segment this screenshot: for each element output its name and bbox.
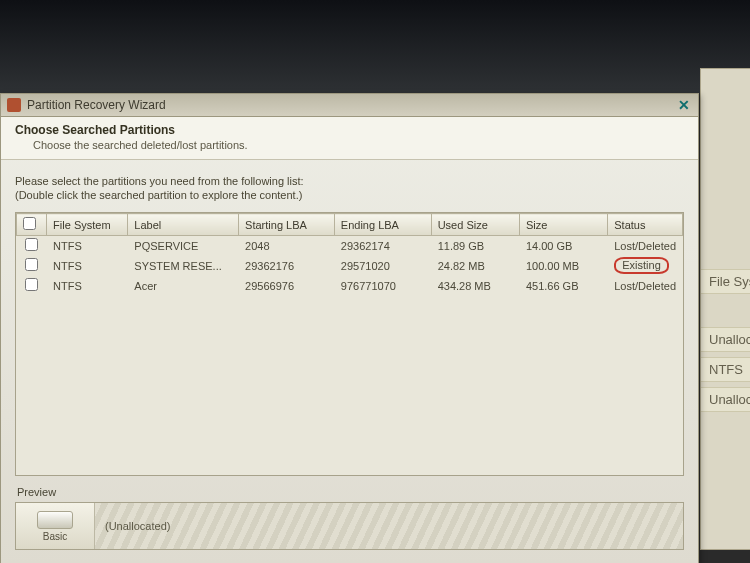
cell-used-size: 24.82 MB — [431, 255, 519, 276]
instruction-line: (Double click the searched partition to … — [15, 188, 684, 202]
instruction-line: Please select the partitions you need fr… — [15, 174, 684, 188]
select-all-checkbox[interactable] — [23, 217, 36, 230]
cell-end-lba: 29571020 — [334, 255, 431, 276]
cell-size: 100.00 MB — [519, 255, 607, 276]
cell-label: Acer — [128, 276, 239, 295]
wizard-header: Choose Searched Partitions Choose the se… — [1, 117, 698, 160]
col-end-lba[interactable]: Ending LBA — [334, 214, 431, 236]
app-icon — [7, 98, 21, 112]
cell-status: Lost/Deleted — [608, 276, 683, 295]
col-used-size[interactable]: Used Size — [431, 214, 519, 236]
cell-used-size: 11.89 GB — [431, 236, 519, 256]
col-size[interactable]: Size — [519, 214, 607, 236]
cell-size: 451.66 GB — [519, 276, 607, 295]
cell-size: 14.00 GB — [519, 236, 607, 256]
wizard-body: Please select the partitions you need fr… — [1, 160, 698, 550]
col-start-lba[interactable]: Starting LBA — [239, 214, 335, 236]
cell-filesystem: NTFS — [47, 276, 128, 295]
cell-label: SYSTEM RESE... — [128, 255, 239, 276]
preview-bar-unallocated[interactable]: (Unallocated) — [95, 503, 683, 549]
col-label[interactable]: Label — [128, 214, 239, 236]
preview-disk-label: Basic — [43, 531, 67, 542]
table-header-row: File System Label Starting LBA Ending LB… — [17, 214, 683, 236]
bg-col-header: File Syst — [701, 269, 750, 294]
cell-end-lba: 976771070 — [334, 276, 431, 295]
cell-start-lba: 29566976 — [239, 276, 335, 295]
cell-used-size: 434.28 MB — [431, 276, 519, 295]
cell-end-lba: 29362174 — [334, 236, 431, 256]
wizard-window: Partition Recovery Wizard ✕ Choose Searc… — [0, 93, 699, 563]
table-row[interactable]: NTFSSYSTEM RESE...293621762957102024.82 … — [17, 255, 683, 276]
preview-bar-label: (Unallocated) — [105, 520, 673, 532]
partition-table: File System Label Starting LBA Ending LB… — [16, 213, 683, 295]
preview-disk[interactable]: Basic — [16, 503, 95, 549]
col-status[interactable]: Status — [608, 214, 683, 236]
photo-dark-area — [0, 0, 750, 93]
row-checkbox[interactable] — [25, 238, 38, 251]
page-title: Choose Searched Partitions — [15, 123, 684, 137]
page-subtitle: Choose the searched deleted/lost partiti… — [15, 139, 684, 151]
cell-filesystem: NTFS — [47, 236, 128, 256]
bg-row: Unalloc — [701, 387, 750, 412]
cell-filesystem: NTFS — [47, 255, 128, 276]
close-icon[interactable]: ✕ — [676, 97, 692, 113]
cell-status: Lost/Deleted — [608, 236, 683, 256]
row-checkbox[interactable] — [25, 278, 38, 291]
col-checkbox[interactable] — [17, 214, 47, 236]
row-checkbox[interactable] — [25, 258, 38, 271]
cell-label: PQSERVICE — [128, 236, 239, 256]
disk-icon — [37, 511, 73, 529]
bg-row: NTFS — [701, 357, 750, 382]
window-title: Partition Recovery Wizard — [27, 98, 166, 112]
cell-start-lba: 29362176 — [239, 255, 335, 276]
preview-label: Preview — [15, 486, 684, 498]
partition-grid: File System Label Starting LBA Ending LB… — [15, 212, 684, 476]
cell-status: Existing — [608, 255, 683, 276]
bg-row: Unalloca — [701, 327, 750, 352]
preview-box: Basic (Unallocated) — [15, 502, 684, 550]
table-row[interactable]: NTFSPQSERVICE20482936217411.89 GB14.00 G… — [17, 236, 683, 256]
cell-start-lba: 2048 — [239, 236, 335, 256]
background-window: File Syst Unalloca NTFS Unalloc — [700, 68, 750, 550]
table-row[interactable]: NTFSAcer29566976976771070434.28 MB451.66… — [17, 276, 683, 295]
status-highlight: Existing — [614, 257, 669, 274]
col-filesystem[interactable]: File System — [47, 214, 128, 236]
titlebar[interactable]: Partition Recovery Wizard ✕ — [1, 94, 698, 117]
